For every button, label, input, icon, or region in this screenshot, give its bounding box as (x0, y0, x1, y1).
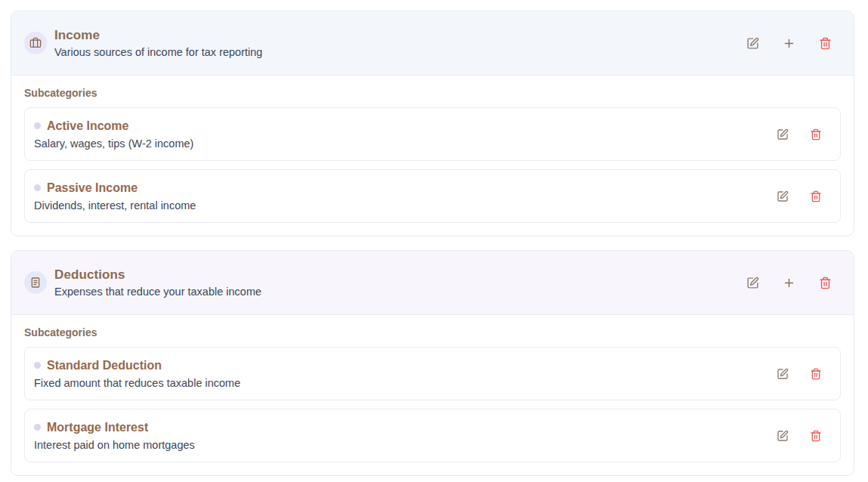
subcategories-label: Subcategories (24, 326, 841, 338)
edit-subcategory-button[interactable] (777, 190, 789, 202)
subcategory-row-mortgage-interest: Mortgage Interest Interest paid on home … (24, 409, 841, 462)
subcategory-main: Passive Income Dividends, interest, rent… (34, 181, 777, 212)
edit-subcategory-button[interactable] (777, 430, 789, 442)
subcategory-row-passive-income: Passive Income Dividends, interest, rent… (24, 169, 841, 223)
plus-icon (783, 277, 795, 289)
subcategory-title: Mortgage Interest (47, 421, 148, 434)
subcategory-main: Standard Deduction Fixed amount that red… (34, 359, 777, 389)
category-description: Various sources of income for tax report… (54, 46, 746, 58)
edit-category-button[interactable] (746, 37, 759, 50)
subcategory-title-row: Active Income (34, 119, 777, 133)
delete-category-button[interactable] (819, 37, 832, 50)
category-header-deductions: Deductions Expenses that reduce your tax… (11, 251, 854, 315)
edit-subcategory-button[interactable] (777, 128, 789, 141)
delete-subcategory-button[interactable] (810, 430, 822, 442)
subcategory-main: Active Income Salary, wages, tips (W-2 i… (34, 119, 777, 150)
subcategory-title-row: Standard Deduction (34, 359, 777, 372)
edit-pencil-square-icon (777, 430, 789, 442)
bullet-dot-icon (34, 184, 41, 191)
trash-icon (810, 190, 822, 202)
subcategory-row-standard-deduction: Standard Deduction Fixed amount that red… (24, 347, 841, 400)
subcategory-row-active-income: Active Income Salary, wages, tips (W-2 i… (24, 107, 841, 161)
subcategory-actions (777, 430, 822, 442)
category-header-income: Income Various sources of income for tax… (11, 11, 854, 76)
plus-icon (783, 37, 795, 50)
edit-pencil-square-icon (777, 190, 789, 202)
category-title: Income (54, 28, 746, 43)
subcategory-description: Salary, wages, tips (W-2 income) (34, 137, 777, 150)
subcategory-actions (777, 128, 822, 141)
edit-pencil-square-icon (777, 368, 789, 380)
bullet-dot-icon (34, 424, 41, 431)
category-actions (746, 37, 832, 50)
trash-icon (810, 430, 822, 442)
trash-icon (819, 37, 832, 50)
category-header-text: Deductions Expenses that reduce your tax… (54, 267, 746, 298)
subcategory-title: Passive Income (47, 181, 137, 195)
subcategory-title: Standard Deduction (47, 359, 162, 372)
delete-subcategory-button[interactable] (810, 368, 822, 380)
delete-subcategory-button[interactable] (810, 190, 822, 202)
bullet-dot-icon (34, 122, 41, 129)
category-card-income: Income Various sources of income for tax… (11, 11, 854, 236)
document-icon (24, 271, 47, 294)
subcategory-title-row: Passive Income (34, 181, 777, 195)
edit-pencil-square-icon (777, 128, 789, 141)
category-actions (746, 277, 832, 289)
trash-icon (810, 368, 822, 380)
category-body: Subcategories Standard Deduction Fixed a… (11, 315, 854, 475)
briefcase-icon (24, 32, 47, 54)
subcategories-label: Subcategories (24, 87, 841, 99)
subcategory-title: Active Income (47, 119, 128, 133)
edit-pencil-square-icon (746, 37, 759, 50)
subcategory-actions (777, 368, 822, 380)
subcategory-actions (777, 190, 822, 202)
delete-category-button[interactable] (819, 277, 832, 289)
subcategory-main: Mortgage Interest Interest paid on home … (34, 421, 777, 451)
subcategory-description: Dividends, interest, rental income (34, 199, 777, 212)
edit-pencil-square-icon (746, 277, 759, 289)
category-title: Deductions (54, 267, 746, 283)
trash-icon (819, 277, 832, 289)
subcategory-title-row: Mortgage Interest (34, 421, 777, 434)
subcategory-description: Interest paid on home mortgages (34, 439, 777, 451)
edit-category-button[interactable] (746, 277, 759, 289)
add-subcategory-button[interactable] (783, 277, 795, 289)
edit-subcategory-button[interactable] (777, 368, 789, 380)
subcategory-description: Fixed amount that reduces taxable income (34, 377, 777, 389)
add-subcategory-button[interactable] (783, 37, 795, 50)
category-body: Subcategories Active Income Salary, wage… (11, 76, 854, 236)
delete-subcategory-button[interactable] (810, 128, 822, 141)
category-header-text: Income Various sources of income for tax… (54, 28, 746, 58)
bullet-dot-icon (34, 362, 41, 369)
category-card-deductions: Deductions Expenses that reduce your tax… (11, 250, 854, 476)
category-description: Expenses that reduce your taxable income (54, 286, 746, 298)
trash-icon (810, 128, 822, 141)
categories-page: Income Various sources of income for tax… (0, 0, 868, 482)
